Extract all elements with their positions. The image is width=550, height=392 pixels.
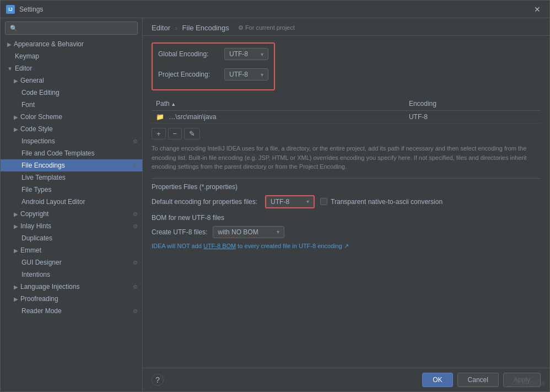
bom-info: IDEA will NOT add UTF-8 BOM to every cre… [152, 243, 541, 250]
sidebar-item-reader-mode[interactable]: Reader Mode ⚙ [1, 305, 142, 317]
sidebar: 🔍 ▶ Appearance & Behavior Keymap ▼ Edito… [1, 18, 143, 391]
settings-icon: ⚙ [133, 138, 138, 144]
settings-icon: ⚙ [133, 163, 138, 169]
sidebar-item-language-injections[interactable]: ▶ Language Injections ⚙ [1, 281, 142, 293]
main-panel: Editor › File Encodings ⚙ For current pr… [143, 18, 549, 391]
content-area: 🔍 ▶ Appearance & Behavior Keymap ▼ Edito… [1, 18, 549, 391]
dropdown-arrow: ▾ [277, 229, 279, 235]
expand-arrow: ▶ [14, 296, 18, 302]
bom-info-prefix: IDEA will NOT add [152, 243, 203, 249]
sidebar-item-emmet[interactable]: ▶ Emmet [1, 244, 142, 256]
sidebar-list: ▶ Appearance & Behavior Keymap ▼ Editor … [1, 38, 142, 391]
sidebar-item-label: Inspections [21, 137, 55, 145]
transparent-checkbox[interactable] [320, 198, 327, 205]
global-encoding-row: Global Encoding: UTF-8 ▾ [158, 48, 268, 60]
sidebar-item-copyright[interactable]: ▶ Copyright ⚙ [1, 208, 142, 220]
sidebar-item-proofreading[interactable]: ▶ Proofreading [1, 293, 142, 305]
window-title: Settings [19, 6, 43, 13]
cancel-button[interactable]: Cancel [457, 373, 499, 387]
sidebar-item-label: GUI Designer [21, 259, 62, 266]
settings-window: IJ Settings ✕ 🔍 ▶ Appearance & Behavior … [0, 0, 550, 392]
table-row[interactable]: 📁 …\src\main\java UTF-8 [152, 111, 541, 123]
project-encoding-row: Project Encoding: UTF-8 ▾ [158, 68, 268, 80]
for-current-label: ⚙ For current project [238, 24, 295, 31]
sidebar-item-android-layout-editor[interactable]: Android Layout Editor [1, 196, 142, 208]
properties-encoding-row: Default encoding for properties files: U… [152, 195, 541, 208]
info-text: To change encoding IntelliJ IDEA uses fo… [152, 144, 541, 171]
expand-arrow: ▶ [7, 41, 12, 47]
search-box[interactable]: 🔍 [5, 22, 138, 35]
edit-path-button[interactable]: ✎ [184, 128, 200, 139]
props-encoding-dropdown[interactable]: UTF-8 ▾ [265, 195, 315, 208]
settings-icon: ⚙ [133, 284, 138, 290]
dropdown-arrow: ▾ [261, 51, 263, 57]
sidebar-item-label: Appearance & Behavior [14, 40, 84, 48]
global-encoding-dropdown[interactable]: UTF-8 ▾ [224, 48, 268, 60]
sidebar-item-label: Font [21, 101, 35, 109]
sidebar-item-code-editing[interactable]: Code Editing [1, 87, 142, 99]
sidebar-item-inspections[interactable]: Inspections ⚙ [1, 135, 142, 147]
col-path[interactable]: Path [152, 97, 405, 111]
bom-create-dropdown[interactable]: with NO BOM ▾ [213, 226, 284, 238]
sidebar-item-label: Language Injections [20, 283, 79, 291]
sidebar-item-label: Intentions [21, 271, 50, 278]
sidebar-item-label: Android Layout Editor [21, 198, 85, 206]
sidebar-item-label: File Encodings [21, 162, 65, 169]
breadcrumb-parent: Editor [152, 24, 170, 32]
search-input[interactable] [20, 24, 133, 32]
sidebar-item-label: Proofreading [20, 295, 58, 303]
path-table: Path Encoding 📁 …\src\main\java UTF-8 [152, 97, 541, 123]
sidebar-item-font[interactable]: Font [1, 99, 142, 111]
help-button[interactable]: ? [152, 374, 164, 386]
settings-icon: ⚙ [133, 211, 138, 217]
props-encoding-value: UTF-8 [271, 198, 289, 206]
sidebar-item-editor[interactable]: ▼ Editor [1, 62, 142, 74]
sidebar-item-appearance[interactable]: ▶ Appearance & Behavior [1, 38, 142, 50]
remove-path-button[interactable]: − [168, 128, 182, 139]
sidebar-item-keymap[interactable]: Keymap [1, 50, 142, 62]
bom-info-suffix: to every created file in UTF-8 encoding … [236, 243, 349, 249]
encoding-value: UTF-8 [405, 111, 541, 123]
expand-arrow: ▶ [14, 284, 18, 290]
expand-arrow: ▼ [7, 66, 13, 72]
sidebar-item-code-style[interactable]: ▶ Code Style [1, 123, 142, 135]
sidebar-item-label: File and Code Templates [21, 149, 95, 157]
global-encoding-label: Global Encoding: [158, 50, 224, 58]
sidebar-item-duplicates[interactable]: Duplicates [1, 232, 142, 244]
bom-create-row: Create UTF-8 files: with NO BOM ▾ [152, 226, 541, 238]
sidebar-item-file-encodings[interactable]: File Encodings ⚙ [1, 159, 142, 171]
expand-arrow: ▶ [14, 114, 18, 120]
sidebar-item-file-types[interactable]: File Types [1, 184, 142, 196]
sidebar-item-label: Color Scheme [20, 113, 62, 121]
bom-create-value: with NO BOM [218, 228, 258, 236]
sidebar-item-file-code-templates[interactable]: File and Code Templates [1, 147, 142, 159]
project-encoding-label: Project Encoding: [158, 71, 224, 78]
transparent-checkbox-row: Transparent native-to-ascii conversion [320, 198, 443, 206]
transparent-label: Transparent native-to-ascii conversion [331, 198, 443, 206]
sidebar-item-gui-designer[interactable]: GUI Designer ⚙ [1, 256, 142, 269]
sidebar-item-general[interactable]: ▶ General [1, 74, 142, 87]
sidebar-item-color-scheme[interactable]: ▶ Color Scheme [1, 111, 142, 123]
sidebar-item-label: Inlay Hints [20, 222, 51, 230]
sidebar-item-label: Code Style [20, 125, 53, 133]
bom-section-title: BOM for new UTF-8 files [152, 214, 541, 222]
dropdown-arrow: ▾ [261, 72, 263, 78]
sidebar-item-label: Editor [15, 65, 32, 72]
close-button[interactable]: ✕ [531, 4, 544, 15]
sidebar-item-label: Duplicates [21, 234, 52, 242]
sidebar-item-live-templates[interactable]: Live Templates [1, 171, 142, 184]
expand-arrow: ▶ [14, 223, 18, 229]
folder-icon: 📁 [156, 113, 164, 121]
bom-link[interactable]: UTF-8 BOM [203, 243, 236, 249]
ok-button[interactable]: OK [422, 373, 452, 387]
sidebar-item-inlay-hints[interactable]: ▶ Inlay Hints ⚙ [1, 220, 142, 232]
expand-arrow: ▶ [14, 78, 18, 84]
project-encoding-dropdown[interactable]: UTF-8 ▾ [224, 68, 268, 80]
properties-section-title: Properties Files (*.properties) [152, 183, 541, 191]
sidebar-item-intentions[interactable]: Intentions [1, 269, 142, 281]
expand-arrow: ▶ [14, 126, 18, 132]
sidebar-item-label: General [20, 77, 44, 84]
add-path-button[interactable]: + [152, 128, 166, 139]
divider [152, 178, 541, 179]
sidebar-item-label: Emmet [20, 246, 41, 254]
